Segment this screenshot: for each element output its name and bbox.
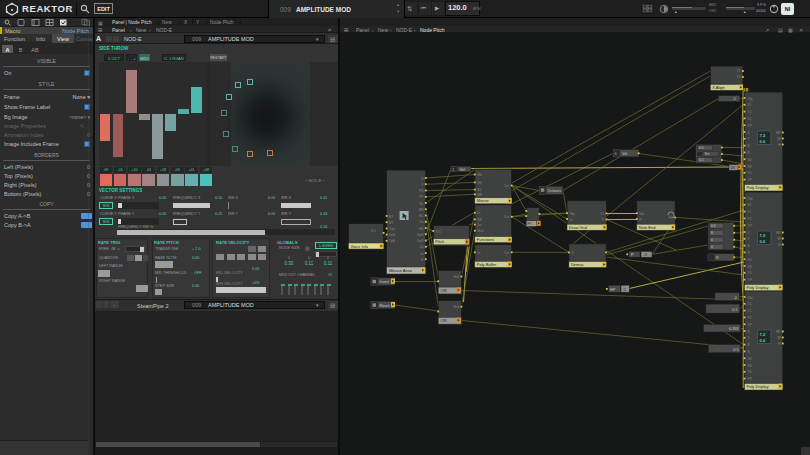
svg-text:2X: 2X bbox=[731, 166, 736, 170]
svg-text:0.5: 0.5 bbox=[732, 308, 737, 312]
svg-text:In: In bbox=[478, 251, 481, 255]
svg-text:B: B bbox=[748, 244, 750, 248]
svg-text:0.6: 0.6 bbox=[760, 338, 766, 343]
svg-text:NP: NP bbox=[776, 231, 780, 235]
svg-text:BR: BR bbox=[419, 208, 424, 212]
svg-text:7.2: 7.2 bbox=[760, 332, 766, 337]
svg-text:Obj: Obj bbox=[748, 97, 753, 101]
svg-text:Dn: Dn bbox=[478, 223, 482, 227]
svg-text:X0: X0 bbox=[748, 158, 752, 162]
svg-text:Poly Display: Poly Display bbox=[747, 185, 769, 190]
svg-text:YP: YP bbox=[748, 124, 752, 128]
svg-text:DpG: DpG bbox=[417, 233, 424, 237]
svg-text:Stv: Stv bbox=[705, 152, 710, 156]
svg-text:BC: BC bbox=[419, 214, 424, 218]
svg-text:B: B bbox=[748, 343, 750, 347]
svg-text:Invert: Invert bbox=[380, 280, 390, 284]
svg-text:In: In bbox=[478, 211, 481, 215]
svg-text:-Cp: -Cp bbox=[418, 245, 423, 249]
svg-text:YP: YP bbox=[748, 377, 752, 381]
svg-text:BR: BR bbox=[478, 218, 483, 222]
svg-text:HP: HP bbox=[610, 288, 616, 292]
svg-text:8: 8 bbox=[711, 231, 713, 235]
svg-text:Hslt: Hslt bbox=[454, 305, 460, 309]
svg-text:DpS: DpS bbox=[389, 233, 395, 237]
svg-text:0.333: 0.333 bbox=[729, 327, 739, 331]
svg-text:1: 1 bbox=[452, 168, 454, 172]
svg-text:X8: X8 bbox=[748, 265, 752, 269]
svg-text:X0: X0 bbox=[748, 357, 752, 361]
svg-text:Y2: Y2 bbox=[748, 217, 752, 221]
svg-text:P: P bbox=[669, 216, 671, 220]
svg-text:3: 3 bbox=[615, 152, 617, 156]
svg-text:Y0: Y0 bbox=[748, 271, 752, 275]
svg-text:0.5: 0.5 bbox=[699, 146, 704, 150]
svg-text:0.6: 0.6 bbox=[760, 239, 766, 244]
svg-text:X8: X8 bbox=[748, 364, 752, 368]
svg-text:Draw Graf: Draw Graf bbox=[569, 225, 588, 230]
svg-text:FT: FT bbox=[528, 222, 533, 226]
svg-text:7.2: 7.2 bbox=[760, 133, 766, 138]
svg-text:Poly Buffer: Poly Buffer bbox=[477, 262, 497, 267]
svg-text:Y2: Y2 bbox=[737, 75, 741, 79]
svg-text:Y1: Y1 bbox=[748, 210, 752, 214]
svg-text:P: P bbox=[640, 218, 642, 222]
svg-text:Y2: Y2 bbox=[748, 316, 752, 320]
svg-text:P: P bbox=[602, 218, 604, 222]
svg-text:Out: Out bbox=[504, 215, 509, 219]
svg-text:B: B bbox=[748, 144, 750, 148]
svg-text:0: 0 bbox=[624, 288, 626, 292]
svg-text:X0: X0 bbox=[748, 258, 752, 262]
svg-text:0.1: 0.1 bbox=[699, 158, 704, 162]
svg-text:Octaves: Octaves bbox=[548, 189, 562, 193]
svg-text:X8: X8 bbox=[748, 165, 752, 169]
svg-text:0.5: 0.5 bbox=[711, 224, 716, 228]
svg-text:W: W bbox=[777, 336, 780, 340]
svg-text:W: W bbox=[777, 137, 780, 141]
svg-text:-DpI: -DpI bbox=[389, 227, 395, 231]
svg-text:Hslt: Hslt bbox=[454, 275, 460, 279]
svg-text:R: R bbox=[716, 256, 719, 260]
svg-text:Dn: Dn bbox=[419, 220, 423, 224]
svg-text:-1: -1 bbox=[733, 97, 736, 101]
svg-text:BR: BR bbox=[478, 193, 483, 197]
svg-text:DpS: DpS bbox=[417, 239, 423, 243]
svg-text:X Align: X Align bbox=[712, 85, 724, 90]
svg-text:BL: BL bbox=[420, 202, 424, 206]
svg-text:OR: OR bbox=[441, 318, 447, 323]
svg-text:0: 0 bbox=[711, 245, 713, 249]
svg-text:V-1: V-1 bbox=[436, 230, 441, 234]
svg-text:YP: YP bbox=[748, 323, 752, 327]
svg-text:YP: YP bbox=[748, 178, 752, 182]
svg-text:HD: HD bbox=[419, 227, 424, 231]
svg-text:Y1: Y1 bbox=[600, 212, 604, 216]
svg-text:0.5: 0.5 bbox=[733, 348, 738, 352]
svg-text:0.6: 0.6 bbox=[760, 139, 766, 144]
svg-text:Obj: Obj bbox=[748, 296, 753, 300]
svg-text:Mun: Mun bbox=[478, 229, 484, 233]
svg-text:0: 0 bbox=[645, 253, 647, 257]
svg-text:W: W bbox=[777, 237, 780, 241]
svg-text:Functions: Functions bbox=[477, 237, 494, 242]
svg-text:Out: Out bbox=[504, 251, 509, 255]
svg-text:NP: NP bbox=[776, 330, 780, 334]
svg-text:X1: X1 bbox=[748, 302, 752, 306]
svg-text:V-1: V-1 bbox=[371, 229, 376, 233]
svg-text:TpB: TpB bbox=[389, 239, 395, 243]
svg-text:Y2: Y2 bbox=[748, 117, 752, 121]
svg-text:Y1: Y1 bbox=[748, 110, 752, 114]
svg-text:Mouse: Mouse bbox=[477, 198, 490, 203]
svg-text:Note End: Note End bbox=[639, 225, 656, 230]
svg-text:YP: YP bbox=[748, 224, 752, 228]
svg-text:-2: -2 bbox=[734, 296, 737, 300]
svg-text:Demux: Demux bbox=[571, 262, 584, 267]
svg-text:Y0: Y0 bbox=[748, 370, 752, 374]
svg-text:Mouse Area: Mouse Area bbox=[389, 268, 413, 273]
svg-text:Reset: Reset bbox=[380, 304, 391, 308]
svg-text:Y1: Y1 bbox=[737, 69, 741, 73]
svg-text:OR: OR bbox=[441, 288, 447, 293]
svg-text:Voice Info: Voice Info bbox=[351, 244, 369, 249]
svg-text:7.2: 7.2 bbox=[760, 233, 766, 238]
svg-text:Vel: Vel bbox=[460, 168, 465, 172]
svg-text:In: In bbox=[570, 218, 573, 222]
